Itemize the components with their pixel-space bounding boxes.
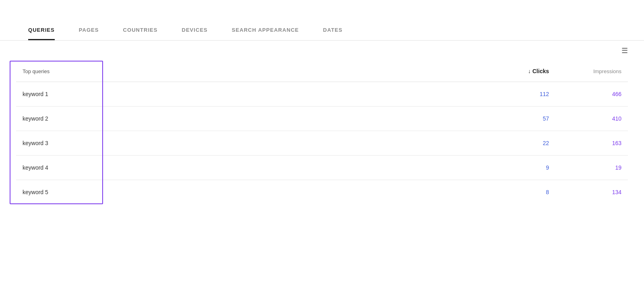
table-header-row: Top queries ↓Clicks Impressions: [16, 61, 628, 82]
keyword-cell: keyword 1: [16, 82, 97, 107]
tab-queries[interactable]: QUERIES: [16, 27, 67, 40]
middle-cell: [97, 82, 483, 107]
tab-devices[interactable]: DEVICES: [169, 27, 219, 40]
impressions-cell: 19: [555, 156, 628, 180]
tab-search-appearance[interactable]: SEARCH APPEARANCE: [220, 27, 311, 40]
tab-dates[interactable]: DATES: [311, 27, 355, 40]
impressions-cell: 163: [555, 131, 628, 156]
clicks-cell: 57: [483, 107, 555, 131]
middle-cell: [97, 180, 483, 205]
table-container: Top queries ↓Clicks Impressions keyword …: [0, 61, 644, 204]
table-row: keyword 1112466: [16, 82, 628, 107]
impressions-cell: 466: [555, 82, 628, 107]
col-impressions-label: Impressions: [593, 68, 621, 74]
table-outer: Top queries ↓Clicks Impressions keyword …: [16, 61, 628, 204]
tab-countries[interactable]: COUNTRIES: [111, 27, 170, 40]
keyword-cell: keyword 3: [16, 131, 97, 156]
middle-cell: [97, 131, 483, 156]
queries-table: Top queries ↓Clicks Impressions keyword …: [16, 61, 628, 204]
col-clicks-label: Clicks: [533, 68, 549, 74]
table-row: keyword 4919: [16, 156, 628, 180]
col-middle-header: [97, 61, 483, 82]
tab-pages[interactable]: PAGES: [67, 27, 111, 40]
middle-cell: [97, 107, 483, 131]
middle-cell: [97, 156, 483, 180]
keyword-cell: keyword 4: [16, 156, 97, 180]
clicks-cell: 112: [483, 82, 555, 107]
sort-arrow-icon: ↓: [528, 68, 531, 74]
table-body: keyword 1112466keyword 257410keyword 322…: [16, 82, 628, 205]
keyword-cell: keyword 2: [16, 107, 97, 131]
tabs-bar: QUERIESPAGESCOUNTRIESDEVICESSEARCH APPEA…: [0, 0, 644, 41]
col-clicks-header[interactable]: ↓Clicks: [483, 61, 555, 82]
col-keyword-label: Top queries: [23, 68, 50, 74]
clicks-cell: 8: [483, 180, 555, 205]
keyword-cell: keyword 5: [16, 180, 97, 205]
filter-icon[interactable]: ☰: [621, 46, 628, 55]
table-row: keyword 257410: [16, 107, 628, 131]
table-row: keyword 58134: [16, 180, 628, 205]
col-impressions-header[interactable]: Impressions: [555, 61, 628, 82]
clicks-cell: 22: [483, 131, 555, 156]
clicks-cell: 9: [483, 156, 555, 180]
impressions-cell: 410: [555, 107, 628, 131]
col-keyword-header[interactable]: Top queries: [16, 61, 97, 82]
impressions-cell: 134: [555, 180, 628, 205]
filter-row: ☰: [0, 41, 644, 61]
table-row: keyword 322163: [16, 131, 628, 156]
